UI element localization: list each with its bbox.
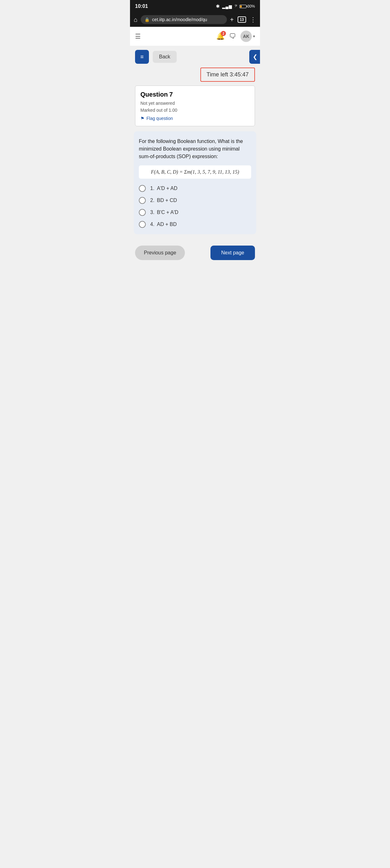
notification-bell-wrapper: 🔔 2 xyxy=(216,32,225,40)
question-text: For the following Boolean function, What… xyxy=(139,137,251,160)
browser-actions: + 13 ⋮ xyxy=(230,16,256,23)
option-number-4: 4. xyxy=(150,222,154,227)
lock-icon: 🔒 xyxy=(144,18,150,22)
page-content: ≡ Back ❮ Time left 3:45:47 Question 7 No… xyxy=(130,46,260,290)
radio-inner-4 xyxy=(141,223,144,226)
options-list: 1. A'D + AD 2. BD + CD 3. xyxy=(139,185,251,228)
radio-option-3[interactable] xyxy=(139,209,146,216)
option-number-2: 2. xyxy=(150,197,154,203)
option-item[interactable]: 1. A'D + AD xyxy=(139,185,251,192)
add-tab-icon[interactable]: + xyxy=(230,16,234,23)
timer-box: Time left 3:45:47 xyxy=(200,67,255,82)
nav-collapse-button[interactable]: ❮ xyxy=(249,50,260,64)
option-label-2: 2. BD + CD xyxy=(150,197,177,203)
next-page-button[interactable]: Next page xyxy=(210,246,255,260)
timer-container: Time left 3:45:47 xyxy=(130,67,260,86)
more-options-icon[interactable]: ⋮ xyxy=(250,16,256,23)
battery-box xyxy=(239,5,247,8)
bottom-nav: Previous page Next page xyxy=(130,241,260,265)
formula-box: F(A, B, C, D) = Σm(1, 3, 5, 7, 9, 11, 13… xyxy=(139,165,251,179)
user-avatar: AK xyxy=(240,31,252,42)
option-text-2: BD + CD xyxy=(157,197,177,203)
option-text-4: AD + BD xyxy=(157,222,177,227)
back-button[interactable]: Back xyxy=(153,51,177,63)
flag-question-link[interactable]: ⚑ Flag question xyxy=(140,116,250,121)
wifi-icon: 𝄢 xyxy=(234,4,237,9)
app-header: ☰ 🔔 2 🗨 AK ▾ xyxy=(130,27,260,46)
option-text-1: A'D + AD xyxy=(157,186,177,191)
battery-percent: 30% xyxy=(248,4,255,8)
status-icons: ✱ ▂▄▆ 𝄢 30% xyxy=(216,3,255,9)
tab-count-badge[interactable]: 13 xyxy=(237,17,246,23)
option-label-3: 3. B'C + A'D xyxy=(150,210,178,215)
status-time: 10:01 xyxy=(135,3,148,9)
timer-label: Time left 3:45:47 xyxy=(207,71,249,78)
chevron-down-icon: ▾ xyxy=(253,34,255,38)
bluetooth-icon: ✱ xyxy=(216,3,220,9)
battery-group: 30% xyxy=(239,4,255,8)
chevron-left-icon: ❮ xyxy=(253,53,258,60)
radio-inner-1 xyxy=(141,187,144,190)
browser-bar: ⌂ 🔒 cet.iitp.ac.in/moodle/mod/qu + 13 ⋮ xyxy=(130,12,260,27)
option-number-3: 3. xyxy=(150,210,154,215)
option-item[interactable]: 2. BD + CD xyxy=(139,197,251,204)
chat-icon[interactable]: 🗨 xyxy=(229,32,236,40)
hamburger-icon[interactable]: ☰ xyxy=(135,32,141,40)
radio-option-2[interactable] xyxy=(139,197,146,204)
question-number-value: 7 xyxy=(169,91,172,98)
formula-text: F(A, B, C, D) = Σm(1, 3, 5, 7, 9, 11, 13… xyxy=(151,169,239,175)
header-right: 🔔 2 🗨 AK ▾ xyxy=(216,31,255,42)
option-text-3: B'C + A'D xyxy=(157,210,178,215)
radio-inner-2 xyxy=(141,199,144,202)
notification-badge: 2 xyxy=(221,31,226,36)
question-status: Not yet answered xyxy=(140,101,250,106)
radio-option-4[interactable] xyxy=(139,221,146,228)
list-icon: ≡ xyxy=(140,54,144,60)
nav-row: ≡ Back ❮ xyxy=(130,46,260,67)
option-item[interactable]: 4. AD + BD xyxy=(139,221,251,228)
previous-page-button[interactable]: Previous page xyxy=(135,246,185,260)
radio-inner-3 xyxy=(141,211,144,214)
status-bar: 10:01 ✱ ▂▄▆ 𝄢 30% xyxy=(130,0,260,12)
flag-label: Flag question xyxy=(147,116,173,121)
option-label-4: 4. AD + BD xyxy=(150,222,177,227)
question-label: Question xyxy=(140,91,168,98)
flag-icon: ⚑ xyxy=(140,116,144,121)
option-number-1: 1. xyxy=(150,186,154,191)
question-info-card: Question 7 Not yet answered Marked out o… xyxy=(135,86,255,126)
option-label-1: 1. A'D + AD xyxy=(150,186,177,191)
home-icon[interactable]: ⌂ xyxy=(134,16,137,23)
user-menu[interactable]: AK ▾ xyxy=(240,31,255,42)
question-card: For the following Boolean function, What… xyxy=(134,131,256,234)
battery-fill xyxy=(240,5,242,7)
question-marks: Marked out of 1.00 xyxy=(140,107,250,113)
option-item[interactable]: 3. B'C + A'D xyxy=(139,209,251,216)
question-number: Question 7 xyxy=(140,91,250,98)
url-bar[interactable]: 🔒 cet.iitp.ac.in/moodle/mod/qu xyxy=(141,15,227,24)
radio-option-1[interactable] xyxy=(139,185,146,192)
signal-icon: ▂▄▆ xyxy=(222,4,232,9)
nav-list-button[interactable]: ≡ xyxy=(135,50,149,64)
url-text: cet.iitp.ac.in/moodle/mod/qu xyxy=(152,17,223,22)
